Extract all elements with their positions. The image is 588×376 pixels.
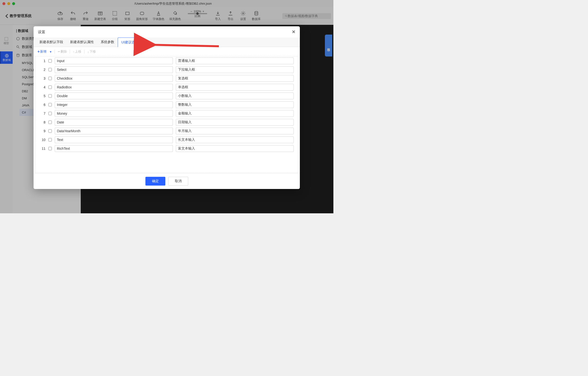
option-key-input[interactable] [55,93,173,99]
row-checkbox[interactable] [48,138,52,142]
option-label-input[interactable] [176,136,294,143]
row-checkbox[interactable] [48,121,52,124]
option-key-input[interactable] [55,101,173,108]
option-row: 10 [38,135,295,144]
row-checkbox[interactable] [48,129,52,133]
option-key-input[interactable] [55,145,173,152]
modal-footer: 确定 取消 [33,173,300,189]
row-number: 8 [40,120,45,124]
option-label-input[interactable] [176,101,294,108]
row-number: 7 [40,111,45,115]
option-row: 9 [38,127,295,135]
option-key-input[interactable] [55,66,173,73]
option-label-input[interactable] [176,119,294,126]
option-label-input[interactable] [176,66,294,73]
row-number: 6 [40,103,45,107]
delete-button[interactable]: −删除 [56,49,68,54]
modal-header: 设置 ✕ [33,26,300,37]
option-label-input[interactable] [176,57,294,64]
row-checkbox[interactable] [48,77,52,80]
option-key-input[interactable] [55,128,173,134]
row-number: 3 [40,77,45,80]
tab-toolbar: +新增 ▾ −删除 ↑上移 ↓下移 [33,47,300,56]
option-row: 7 [38,109,295,118]
option-key-input[interactable] [55,136,173,143]
option-key-input[interactable] [55,57,173,64]
option-label-input[interactable] [176,93,294,99]
option-row: 6 [38,100,295,109]
option-key-input[interactable] [55,119,173,126]
option-key-input[interactable] [55,84,173,91]
tab-default-fields[interactable]: 新建表默认字段 [36,37,67,47]
row-number: 10 [40,138,45,142]
row-checkbox[interactable] [48,59,52,63]
modal-title: 设置 [38,30,45,34]
row-number: 1 [40,59,45,63]
option-key-input[interactable] [55,75,173,82]
option-row: 8 [38,118,295,127]
modal-tabs: 新建表默认字段 新建表默认属性 系统参数 UI建议选项 [33,37,300,47]
tab-default-attrs[interactable]: 新建表默认属性 [67,37,97,47]
arrow-up-icon: ↑ [73,50,75,54]
option-label-input[interactable] [176,75,294,82]
cancel-button[interactable]: 取消 [168,177,188,186]
row-checkbox[interactable] [48,86,52,89]
row-checkbox[interactable] [48,94,52,98]
tab-system-params[interactable]: 系统参数 [97,37,118,47]
tab-ui-suggest[interactable]: UI建议选项 [118,37,142,47]
plus-icon: + [37,49,40,54]
option-row: 3 [38,74,295,83]
minus-icon: − [58,49,60,54]
dropdown-button[interactable]: ▾ [48,49,53,54]
add-button[interactable]: +新增 [36,49,48,54]
option-label-input[interactable] [176,110,294,117]
row-number: 5 [40,94,45,98]
option-label-input[interactable] [176,84,294,91]
modal-backdrop: 设置 ✕ 新建表默认字段 新建表默认属性 系统参数 UI建议选项 +新增 ▾ −… [0,0,333,213]
option-row: 2 [38,65,295,74]
option-row: 11 [38,144,295,153]
row-number: 2 [40,68,45,72]
option-key-input[interactable] [55,110,173,117]
close-icon[interactable]: ✕ [292,29,295,34]
row-number: 9 [40,129,45,133]
option-table: 1234567891011 [35,56,298,173]
row-checkbox[interactable] [48,147,52,150]
settings-modal: 设置 ✕ 新建表默认字段 新建表默认属性 系统参数 UI建议选项 +新增 ▾ −… [33,26,300,189]
option-row: 1 [38,56,295,65]
row-checkbox[interactable] [48,112,52,115]
ok-button[interactable]: 确定 [146,177,165,186]
option-row: 5 [38,92,295,100]
move-down-button[interactable]: ↓下移 [86,49,97,54]
option-label-input[interactable] [176,145,294,152]
row-number: 4 [40,85,45,89]
option-row: 4 [38,83,295,92]
row-checkbox[interactable] [48,68,52,71]
arrow-down-icon: ↓ [87,50,89,54]
row-checkbox[interactable] [48,103,52,106]
option-label-input[interactable] [176,128,294,134]
row-number: 11 [40,147,45,151]
move-up-button[interactable]: ↑上移 [72,49,83,54]
